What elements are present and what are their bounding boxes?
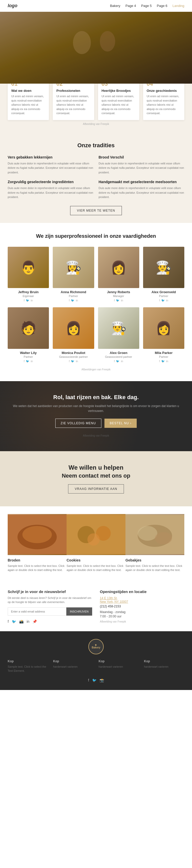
facebook-icon[interactable]: f — [159, 360, 160, 363]
bread-image — [8, 514, 67, 555]
twitter-icon[interactable]: 🐦 — [71, 299, 75, 302]
member-4-social[interactable]: f 🐦 in — [143, 299, 184, 302]
member-7-social[interactable]: f 🐦 in — [98, 360, 139, 363]
card-4-text: Ut enim ad minim veniam, quis nostrud ex… — [147, 94, 181, 116]
member-2-role: Partner — [53, 294, 94, 298]
facebook-icon[interactable]: f — [69, 299, 70, 302]
hours-title: Openingstijden en locatie — [100, 589, 184, 594]
footer-instagram-icon[interactable]: 📸 — [100, 678, 104, 682]
tradition-4: Handgemaakt met geselecteerde meelsoorte… — [99, 180, 184, 199]
linkedin-icon[interactable]: in — [121, 360, 123, 363]
twitter-social-icon[interactable]: 🐦 — [12, 619, 16, 624]
member-5-social[interactable]: f 🐦 in — [8, 360, 49, 363]
facebook-icon[interactable]: f — [159, 299, 160, 302]
bread-title: Broden — [8, 558, 67, 562]
card-3-title: Heerlijke Broodjes — [102, 89, 136, 93]
team-member-8: 👩 Mila Parker Partner f 🐦 in — [143, 307, 184, 363]
facebook-social-icon[interactable]: f — [8, 619, 9, 624]
cta-order-button[interactable]: BESTEL NU › — [105, 418, 137, 428]
tradition-4-text: Duis aute more dolor in reprehenderit in… — [99, 186, 184, 199]
pastry-title: Gebakjes — [125, 558, 184, 562]
facebook-icon[interactable]: f — [69, 360, 70, 363]
linkedin-icon[interactable]: in — [166, 360, 168, 363]
contact-button[interactable]: VRAAG INFORMATIE AAN — [68, 484, 124, 494]
pastry-info: Gebakjes Sample text. Click to select th… — [125, 555, 184, 575]
nav-page4[interactable]: Page 4 — [125, 4, 136, 8]
traditions-learn-more-button[interactable]: VIER MEER TE WETEN — [70, 206, 122, 215]
member-3-name: Jenny Roberts — [98, 290, 139, 294]
hours-col: Openingstijden en locatie 14 E 13th St, … — [100, 589, 184, 624]
nav-landing[interactable]: Landing — [172, 4, 184, 8]
facebook-icon[interactable]: f — [24, 360, 25, 363]
cta-heading: Rol, laat rijzen en bak. Elke dag. — [8, 394, 184, 401]
member-2-name: Anna Richmond — [53, 290, 94, 294]
facebook-icon[interactable]: f — [24, 299, 25, 302]
cards-section: 01 Wat we doen Ut enim ad minim veniam, … — [0, 76, 192, 134]
team-grid-row2: 🧑 Walter Lily Partner f 🐦 in 👩 Monica Po… — [8, 307, 184, 363]
member-1-photo: 👨 — [8, 247, 49, 288]
traditions-section: Onze tradities Vers gebakken lekkernijen… — [0, 134, 192, 223]
member-1-role: Eigenaar — [8, 294, 49, 298]
linkedin-icon[interactable]: in — [31, 360, 33, 363]
cookies-text: Sample text. Click to select the text bo… — [67, 564, 125, 572]
member-1-social[interactable]: f 🐦 in — [8, 299, 49, 302]
nav-logo: logo — [8, 3, 17, 8]
product-cookies: Cookies Sample text. Click to select the… — [67, 514, 125, 575]
twitter-icon[interactable]: 🐦 — [161, 299, 165, 302]
newsletter-col: Schrijf je in voor de nieuwsbrief Dit ee… — [8, 589, 92, 624]
linkedin-icon[interactable]: in — [166, 299, 168, 302]
footer-col-1-title: Kop — [8, 659, 48, 663]
team-member-2: 👩‍🍳 Anna Richmond Partner f 🐦 in — [53, 247, 94, 302]
member-5-role: Partner — [8, 355, 49, 358]
nav-page5[interactable]: Page 5 — [141, 4, 152, 8]
address-line2: New York, NY 10007 — [100, 600, 184, 603]
facebook-icon[interactable]: f — [114, 299, 115, 302]
linkedin-icon[interactable]: in — [76, 299, 78, 302]
tradition-3-text: Duis aute more dolor in reprehenderit in… — [8, 186, 93, 199]
address[interactable]: 14 E 13th St, New York, NY 10007 — [100, 596, 184, 603]
product-bread: Broden Sample text. Click to select the … — [8, 514, 67, 575]
contact-heading1: We willen u helpen — [8, 464, 184, 471]
newsletter-email-input[interactable] — [8, 608, 66, 616]
footer-logo: ⬟ Bakery — [88, 639, 104, 654]
member-3-social[interactable]: f 🐦 in — [98, 299, 139, 302]
newsletter-submit-button[interactable]: INSCHRIJVEN — [66, 608, 92, 616]
team-heading: We zijn superprofessioneel in onze vaard… — [8, 233, 184, 239]
twitter-icon[interactable]: 🐦 — [116, 299, 120, 302]
team-member-6: 👩 Monica Pouliot Geassocieerde partner f… — [53, 307, 94, 363]
pastry-image — [125, 514, 184, 555]
card-3-text: Ut enim ad minim veniam, quis nostrud ex… — [102, 94, 136, 116]
member-8-social[interactable]: f 🐦 in — [143, 360, 184, 363]
footer-col-4: Kop harderwart varieren — [144, 659, 185, 673]
nav-bakery[interactable]: Bakery — [110, 4, 120, 8]
newsletter-title: Schrijf je in voor de nieuwsbrief — [8, 589, 92, 594]
instagram-social-icon[interactable]: 📸 — [19, 619, 24, 624]
twitter-icon[interactable]: 🐦 — [161, 360, 165, 363]
member-5-name: Walter Lily — [8, 351, 49, 355]
linkedin-icon[interactable]: in — [31, 299, 33, 302]
cookies-title: Cookies — [67, 558, 125, 562]
linkedin-icon[interactable]: in — [76, 360, 78, 363]
footer-twitter-icon[interactable]: 🐦 — [92, 678, 97, 682]
svg-point-9 — [87, 533, 100, 546]
member-2-social[interactable]: f 🐦 in — [53, 299, 94, 302]
linkedin-social-icon[interactable]: in — [27, 619, 30, 624]
twitter-icon[interactable]: 🐦 — [116, 360, 120, 363]
footer-col-1: Kop Sample text. Click to select the Tex… — [8, 659, 48, 673]
footer-social: f 🐦 📸 — [88, 678, 104, 682]
twitter-icon[interactable]: 🐦 — [26, 360, 30, 363]
address-line1: 14 E 13th St, — [100, 596, 184, 600]
twitter-icon[interactable]: 🐦 — [26, 299, 30, 302]
footer-facebook-icon[interactable]: f — [88, 678, 89, 682]
linkedin-icon[interactable]: in — [121, 299, 123, 302]
team-member-4: 👨‍🍳 Alex Groenveld Partner f 🐦 in — [143, 247, 184, 302]
card-4-title: Onze geschiedenis — [147, 89, 181, 93]
twitter-icon[interactable]: 🐦 — [71, 360, 75, 363]
tradition-1-text: Duis aute irure dolor in reprehenderit i… — [8, 161, 93, 175]
cta-menu-button[interactable]: ZIE VOLLEDIG MENU — [55, 418, 101, 428]
nav-page6[interactable]: Page 6 — [157, 4, 167, 8]
phone[interactable]: (212) 458-2153 — [100, 604, 184, 608]
facebook-icon[interactable]: f — [114, 360, 115, 363]
member-6-social[interactable]: f 🐦 in — [53, 360, 94, 363]
pinterest-social-icon[interactable]: 📌 — [33, 619, 37, 624]
